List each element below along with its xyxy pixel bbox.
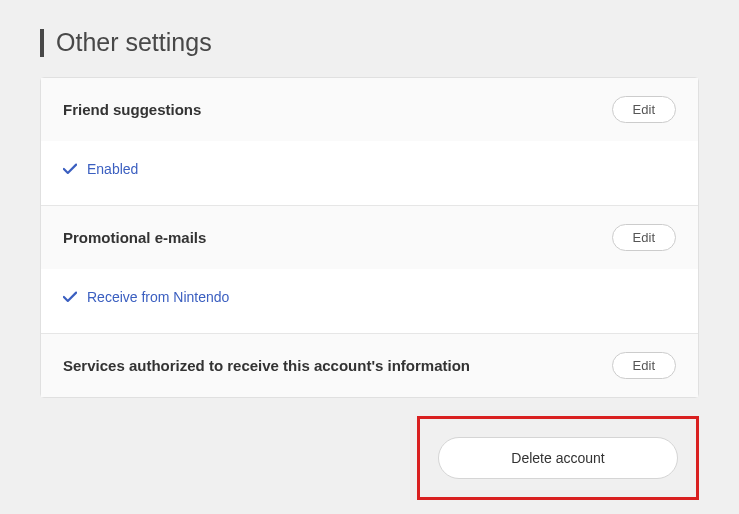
status-row-promo-emails: Receive from Nintendo	[63, 289, 676, 305]
section-body-promo-emails: Receive from Nintendo	[41, 269, 698, 333]
check-icon	[63, 290, 77, 304]
status-text-promo-emails: Receive from Nintendo	[87, 289, 229, 305]
section-body-friend-suggestions: Enabled	[41, 141, 698, 205]
section-friend-suggestions: Friend suggestions Edit Enabled	[41, 78, 698, 206]
edit-button-friend-suggestions[interactable]: Edit	[612, 96, 676, 123]
page-title: Other settings	[56, 28, 212, 57]
section-promo-emails: Promotional e-mails Edit Receive from Ni…	[41, 206, 698, 334]
settings-card: Friend suggestions Edit Enabled Promotio…	[40, 77, 699, 398]
section-header-friend-suggestions: Friend suggestions Edit	[41, 78, 698, 141]
delete-account-highlight: Delete account	[417, 416, 699, 500]
delete-account-button[interactable]: Delete account	[438, 437, 678, 479]
edit-button-promo-emails[interactable]: Edit	[612, 224, 676, 251]
section-header-authorized-services: Services authorized to receive this acco…	[41, 334, 698, 397]
section-title-authorized-services: Services authorized to receive this acco…	[63, 357, 470, 374]
title-accent-bar	[40, 29, 44, 57]
status-text-friend-suggestions: Enabled	[87, 161, 138, 177]
check-icon	[63, 162, 77, 176]
settings-page: Other settings Friend suggestions Edit E…	[0, 0, 739, 500]
section-title-promo-emails: Promotional e-mails	[63, 229, 206, 246]
section-authorized-services: Services authorized to receive this acco…	[41, 334, 698, 397]
status-row-friend-suggestions: Enabled	[63, 161, 676, 177]
section-title-friend-suggestions: Friend suggestions	[63, 101, 201, 118]
page-title-wrapper: Other settings	[40, 28, 699, 57]
section-header-promo-emails: Promotional e-mails Edit	[41, 206, 698, 269]
delete-account-wrapper: Delete account	[40, 416, 699, 500]
edit-button-authorized-services[interactable]: Edit	[612, 352, 676, 379]
